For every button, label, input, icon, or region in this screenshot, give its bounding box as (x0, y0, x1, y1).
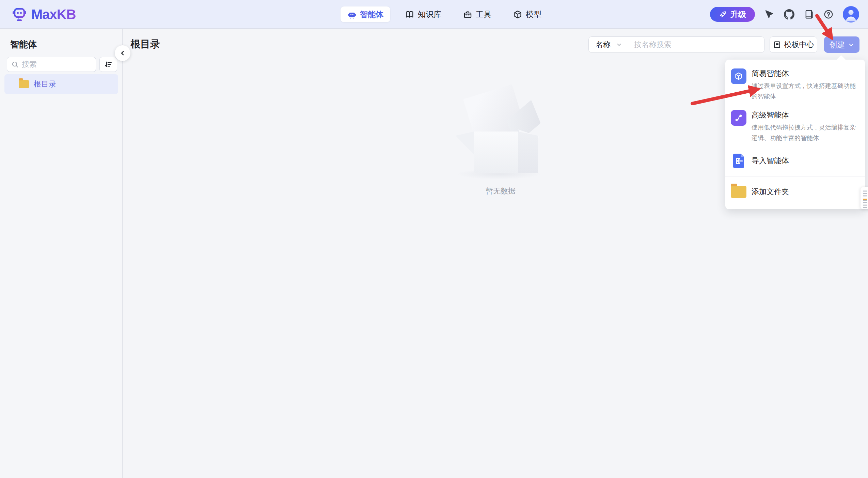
robot-logo-icon (12, 6, 27, 22)
chevron-down-icon (616, 42, 622, 48)
tab-label: 工具 (476, 9, 491, 20)
menu-item-import-agent[interactable]: 导入智能体 (725, 148, 865, 174)
folder-icon (19, 80, 29, 88)
create-button[interactable]: 创建 (824, 36, 859, 53)
workflow-icon (731, 110, 746, 126)
upgrade-label: 升级 (730, 9, 746, 20)
search-icon (11, 61, 19, 68)
folder-icon (731, 184, 746, 200)
cursor-icon[interactable] (764, 9, 775, 20)
toolbox-icon (463, 10, 472, 19)
menu-item-add-folder[interactable]: 添加文件夹 (725, 179, 865, 205)
book-open-icon (405, 10, 414, 19)
avatar[interactable] (843, 6, 859, 22)
rocket-icon (719, 10, 727, 18)
menu-item-title: 高级智能体 (752, 110, 861, 120)
menu-item-advanced-agent[interactable]: 高级智能体 使用低代码拖拉拽方式，灵活编排复杂逻辑、功能丰富的智能体 (725, 106, 865, 148)
create-dropdown-menu: 简易智能体 通过表单设置方式，快速搭建基础功能的智能体 高级智能体 使用低代码拖… (725, 60, 865, 209)
robot-icon (347, 10, 357, 19)
tab-label: 知识库 (418, 9, 441, 20)
template-icon (773, 41, 781, 49)
menu-item-title: 导入智能体 (752, 156, 789, 166)
import-icon (731, 153, 746, 169)
cube-icon (513, 10, 522, 19)
tab-tools[interactable]: 工具 (456, 6, 498, 22)
filter-toolbar: 名称 模板中心 创建 (588, 36, 859, 53)
page-title: 根目录 (130, 37, 160, 51)
cube-icon (731, 68, 746, 84)
field-select-value: 名称 (596, 40, 611, 50)
tab-label: 智能体 (360, 9, 383, 20)
divider (725, 176, 865, 176)
docs-icon[interactable] (803, 9, 814, 20)
menu-item-title: 简易智能体 (752, 68, 861, 79)
name-search-input[interactable] (627, 37, 764, 52)
sort-button[interactable] (99, 57, 117, 72)
sidebar-title: 智能体 (10, 38, 37, 50)
sidebar-search-box (7, 57, 96, 72)
logo-text: MaxKB (31, 7, 76, 22)
menu-item-title: 添加文件夹 (752, 187, 789, 197)
empty-text: 暂无数据 (453, 186, 548, 196)
menu-caret (836, 55, 846, 60)
sidebar-collapse-button[interactable] (115, 45, 130, 61)
main-navigation: 智能体 知识库 工具 (341, 0, 548, 29)
header-actions: 升级 (710, 0, 859, 29)
tab-knowledge[interactable]: 知识库 (398, 6, 448, 22)
menu-item-desc: 通过表单设置方式，快速搭建基础功能的智能体 (752, 81, 861, 102)
chevron-down-icon (848, 42, 854, 48)
app-logo[interactable]: MaxKB (12, 0, 76, 29)
menu-item-simple-agent[interactable]: 简易智能体 通过表单设置方式，快速搭建基础功能的智能体 (725, 64, 865, 106)
folder-label: 根目录 (34, 79, 56, 89)
tab-models[interactable]: 模型 (506, 6, 548, 22)
top-navbar: MaxKB 智能体 (0, 0, 868, 29)
sidebar-search-input[interactable] (22, 60, 92, 69)
menu-item-desc: 使用低代码拖拉拽方式，灵活编排复杂逻辑、功能丰富的智能体 (752, 122, 861, 143)
upgrade-button[interactable]: 升级 (710, 7, 755, 22)
tab-agents[interactable]: 智能体 (341, 6, 390, 22)
search-field-select[interactable]: 名称 (589, 37, 627, 52)
sidebar: 智能体 根目录 (0, 29, 123, 478)
help-icon[interactable] (823, 9, 834, 20)
search-group: 名称 (588, 36, 764, 53)
github-icon[interactable] (784, 9, 794, 20)
create-label: 创建 (830, 40, 845, 50)
template-label: 模板中心 (784, 40, 814, 50)
sidebar-item-root-folder[interactable]: 根目录 (4, 74, 118, 94)
empty-box-illustration (453, 91, 548, 176)
edge-scrollbar-widget[interactable] (861, 187, 868, 209)
empty-state: 暂无数据 (453, 91, 548, 196)
template-center-button[interactable]: 模板中心 (770, 36, 817, 53)
tab-label: 模型 (526, 9, 541, 20)
